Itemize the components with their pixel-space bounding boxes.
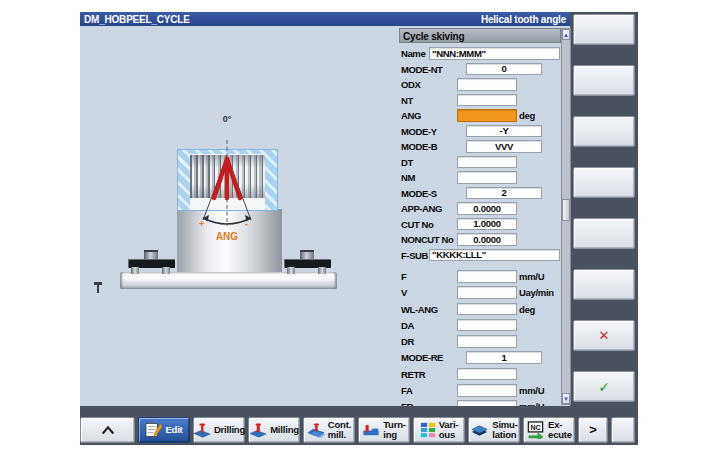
param-field[interactable] (457, 368, 517, 381)
param-label: APP-ANG (401, 203, 442, 214)
param-field[interactable] (457, 171, 517, 184)
param-field[interactable] (457, 270, 517, 283)
coordinate-origin-icon (94, 282, 103, 293)
param-field[interactable]: -Y (466, 125, 542, 138)
param-field[interactable]: 0.0000 (457, 202, 517, 215)
param-field[interactable]: VVV (466, 140, 542, 153)
program-name: DM_HOBPEEL_CYCLE (84, 14, 190, 25)
form-row: RETR (399, 368, 571, 384)
form-row: F mm/U (399, 270, 571, 286)
form-row: MODE-Y -Y (399, 125, 571, 141)
parameter-hint: Helical tooth angle (481, 14, 566, 25)
param-field[interactable]: 1.0000 (457, 218, 517, 231)
form-row: CUT No 1.0000 (399, 218, 571, 234)
form-row: DR (399, 335, 571, 351)
param-field[interactable]: "NNN:MMM" (429, 47, 560, 60)
param-field[interactable] (457, 335, 517, 348)
edit-softkey[interactable]: Edit (138, 417, 190, 443)
param-label: MODE-S (401, 188, 437, 199)
chevron-up-icon (97, 423, 119, 437)
angle-marks (170, 126, 284, 241)
scroll-up-icon[interactable]: ▲ (562, 29, 570, 40)
right-softkey-1[interactable] (573, 14, 635, 45)
zero-degree-label: 0° (215, 114, 239, 124)
form-row: MODE-B VVV (399, 140, 571, 156)
form-row: WL-ANG deg (399, 303, 571, 319)
edit-icon (145, 422, 162, 438)
param-field[interactable] (457, 319, 517, 332)
right-softkey-2[interactable] (573, 65, 635, 96)
contour-milling-softkey[interactable]: Cont.mill. (303, 417, 355, 443)
scroll-down-icon[interactable]: ▼ (562, 393, 570, 404)
cancel-icon: ✕ (599, 328, 610, 343)
param-label: F-SUB (401, 250, 428, 261)
form-row: Name "NNN:MMM" (399, 47, 571, 63)
various-icon (420, 422, 436, 438)
form-row: APP-ANG 0.0000 (399, 202, 571, 218)
param-field[interactable] (457, 156, 517, 169)
param-label: MODE-RE (401, 352, 443, 363)
param-label: MODE-B (401, 141, 437, 152)
param-field[interactable] (457, 384, 517, 397)
param-field[interactable]: 2 (466, 187, 542, 200)
right-softkey-4[interactable] (573, 167, 635, 198)
param-field[interactable] (457, 286, 517, 299)
param-unit: mm/U (519, 385, 544, 396)
param-field[interactable]: 0.0000 (457, 233, 517, 246)
simulation-icon (470, 423, 489, 437)
param-value: 0 (502, 63, 507, 74)
scrollbar-thumb[interactable] (562, 199, 570, 221)
form-title: Cycle skiving (399, 28, 561, 43)
param-field[interactable] (457, 303, 517, 316)
param-value: 0.0000 (473, 203, 500, 214)
param-value: 1.0000 (473, 218, 500, 229)
param-label: DT (401, 157, 413, 168)
simulation-softkey[interactable]: Simu-lation (468, 417, 520, 443)
param-field[interactable]: 0 (466, 63, 542, 76)
param-field[interactable] (457, 78, 517, 91)
ok-icon: ✓ (598, 379, 610, 395)
blank-softkey[interactable] (611, 417, 635, 443)
param-field[interactable]: "KKKK:LLL" (429, 249, 560, 262)
param-field[interactable] (457, 109, 517, 122)
param-value: 1 (502, 352, 507, 363)
right-softkey-5[interactable] (573, 218, 635, 249)
right-softkey-6[interactable] (573, 269, 635, 300)
param-field[interactable]: 1 (466, 351, 542, 364)
param-label: MODE-Y (401, 126, 437, 137)
param-field[interactable] (457, 94, 517, 107)
form-row: DT (399, 156, 571, 172)
menu-forward-softkey[interactable]: > (578, 417, 608, 443)
param-value: 0.0000 (473, 234, 500, 245)
right-softkey-3[interactable] (573, 116, 635, 147)
param-label: FA (401, 385, 412, 396)
execute-softkey[interactable]: NC Ex-ecute (523, 417, 575, 443)
form-scrollbar[interactable]: ▲ ▼ (561, 28, 571, 405)
ok-softkey[interactable]: ✓ (573, 371, 635, 402)
various-softkey[interactable]: Vari-ous (413, 417, 465, 443)
form-row: NONCUT No 0.0000 (399, 233, 571, 249)
right-softkey-column: ✕ ✓ (570, 12, 638, 445)
turning-softkey[interactable]: Turn-ing (358, 417, 410, 443)
hmi-window: DM_HOBPEEL_CYCLE Helical tooth angle 0° … (80, 12, 638, 445)
form-group-1: Name "NNN:MMM" MODE-NT 0 ODX NT ANG deg (399, 47, 571, 264)
workpiece-illustration: 0° + - ANG (80, 26, 399, 406)
minus-direction-label: - (245, 219, 248, 229)
form-row: NT (399, 94, 571, 110)
contour-mill-icon (307, 422, 325, 438)
cancel-softkey[interactable]: ✕ (573, 320, 635, 351)
form-group-2: F mm/U V Uay/min WL-ANG deg DA DR MODE (399, 270, 571, 407)
param-unit: mm/U (519, 271, 544, 282)
drilling-softkey[interactable]: Drilling (193, 417, 245, 443)
form-row: ODX (399, 78, 571, 94)
menu-back-softkey[interactable] (80, 417, 135, 443)
param-label: MODE-NT (401, 64, 443, 75)
param-value: "NNN:MMM" (432, 48, 486, 59)
parameter-form: Cycle skiving Name "NNN:MMM" MODE-NT 0 O… (399, 28, 571, 407)
titlebar: DM_HOBPEEL_CYCLE Helical tooth angle (80, 12, 570, 26)
param-unit: deg (519, 304, 535, 315)
milling-softkey[interactable]: Milling (248, 417, 300, 443)
param-label: CUT No (401, 219, 433, 230)
param-label: ODX (401, 79, 420, 90)
form-row: FA mm/U (399, 384, 571, 400)
